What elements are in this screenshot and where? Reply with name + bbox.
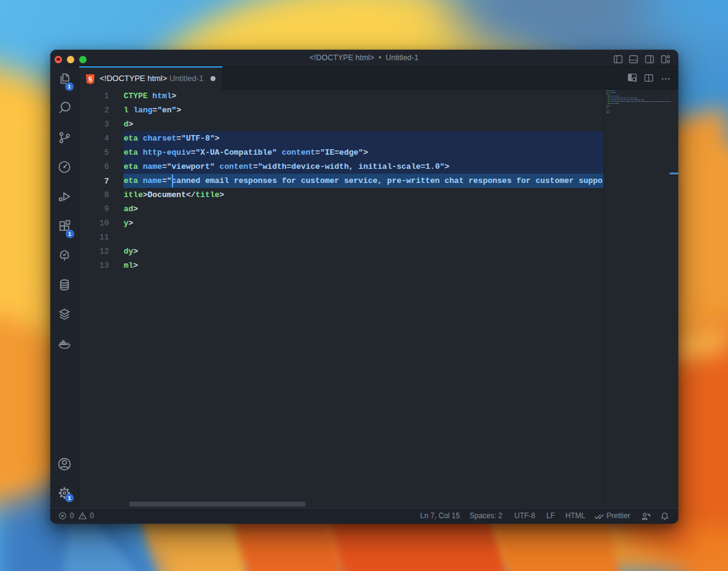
svg-text:5: 5 — [88, 76, 92, 83]
